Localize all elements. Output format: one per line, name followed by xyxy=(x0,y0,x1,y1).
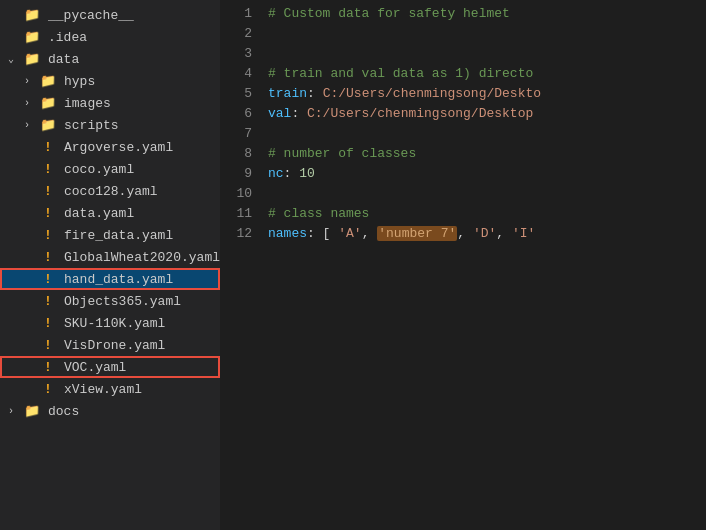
code-line: 5train: C:/Users/chenmingsong/Deskto xyxy=(220,84,706,104)
line-content: train: C:/Users/chenmingsong/Deskto xyxy=(268,84,706,104)
key-text: nc xyxy=(268,166,284,181)
line-number: 8 xyxy=(220,144,268,164)
tree-item-label: .idea xyxy=(48,30,87,45)
highlight-val: 'number 7' xyxy=(377,226,457,241)
line-content: # train and val data as 1) directo xyxy=(268,64,706,84)
comment-text: # number of classes xyxy=(268,146,416,161)
line-number: 7 xyxy=(220,124,268,144)
sidebar-item-datayaml[interactable]: !data.yaml xyxy=(0,202,220,224)
code-line: 7 xyxy=(220,124,706,144)
yaml-icon: ! xyxy=(40,250,56,265)
sidebar-item-pycache[interactable]: 📁__pycache__ xyxy=(0,4,220,26)
sidebar-item-xview[interactable]: !xView.yaml xyxy=(0,378,220,400)
folder-icon: 📁 xyxy=(24,51,40,67)
line-content: nc: 10 xyxy=(268,164,706,184)
code-line: 12names: [ 'A', 'number 7', 'D', 'I' xyxy=(220,224,706,244)
key-text: val xyxy=(268,106,291,121)
code-line: 6val: C:/Users/chenmingsong/Desktop xyxy=(220,104,706,124)
tree-item-label: Argoverse.yaml xyxy=(64,140,173,155)
sidebar-item-docs[interactable]: ›📁docs xyxy=(0,400,220,422)
tree-item-label: coco.yaml xyxy=(64,162,134,177)
line-content: val: C:/Users/chenmingsong/Desktop xyxy=(268,104,706,124)
yaml-icon: ! xyxy=(40,272,56,287)
line-number: 10 xyxy=(220,184,268,204)
tree-item-label: scripts xyxy=(64,118,119,133)
sidebar-item-hand_data[interactable]: !hand_data.yaml xyxy=(0,268,220,290)
key-text: train xyxy=(268,86,307,101)
tree-item-label: hyps xyxy=(64,74,95,89)
line-number: 4 xyxy=(220,64,268,84)
arrow-icon: › xyxy=(24,76,40,87)
code-editor: 1# Custom data for safety helmet234# tra… xyxy=(220,0,706,530)
sidebar-item-images[interactable]: ›📁images xyxy=(0,92,220,114)
tree-item-label: data xyxy=(48,52,79,67)
line-content: # class names xyxy=(268,204,706,224)
arrow-icon: › xyxy=(24,98,40,109)
yaml-icon: ! xyxy=(40,140,56,155)
yaml-icon: ! xyxy=(40,162,56,177)
string-val: 'A' xyxy=(338,226,361,241)
tree-item-label: fire_data.yaml xyxy=(64,228,173,243)
sidebar-item-coco128[interactable]: !coco128.yaml xyxy=(0,180,220,202)
comment-text: # train and val data as 1) directo xyxy=(268,66,533,81)
code-line: 1# Custom data for safety helmet xyxy=(220,4,706,24)
line-content: # Custom data for safety helmet xyxy=(268,4,706,24)
code-line: 10 xyxy=(220,184,706,204)
tree-item-label: docs xyxy=(48,404,79,419)
sidebar-item-visdrone[interactable]: !VisDrone.yaml xyxy=(0,334,220,356)
comment-text: # Custom data for safety helmet xyxy=(268,6,510,21)
folder-icon: 📁 xyxy=(40,117,56,133)
file-tree: 📁__pycache__📁.idea⌄📁data›📁hyps›📁images›📁… xyxy=(0,0,220,530)
sidebar-item-hyps[interactable]: ›📁hyps xyxy=(0,70,220,92)
line-content: names: [ 'A', 'number 7', 'D', 'I' xyxy=(268,224,706,244)
tree-item-label: data.yaml xyxy=(64,206,134,221)
tree-item-label: VisDrone.yaml xyxy=(64,338,165,353)
line-number: 1 xyxy=(220,4,268,24)
arrow-icon: › xyxy=(24,120,40,131)
tree-item-label: __pycache__ xyxy=(48,8,134,23)
sidebar-item-voc[interactable]: !VOC.yaml xyxy=(0,356,220,378)
string-val2: 'D' xyxy=(473,226,496,241)
code-line: 3 xyxy=(220,44,706,64)
tree-item-label: GlobalWheat2020.yaml xyxy=(64,250,220,265)
folder-icon: 📁 xyxy=(24,29,40,45)
line-number: 2 xyxy=(220,24,268,44)
sidebar-item-scripts[interactable]: ›📁scripts xyxy=(0,114,220,136)
folder-icon: 📁 xyxy=(24,7,40,23)
yaml-icon: ! xyxy=(40,228,56,243)
yaml-icon: ! xyxy=(40,360,56,375)
sidebar-item-fire_data[interactable]: !fire_data.yaml xyxy=(0,224,220,246)
tree-item-label: SKU-110K.yaml xyxy=(64,316,165,331)
arrow-icon: › xyxy=(8,406,24,417)
line-number: 5 xyxy=(220,84,268,104)
tree-item-label: Objects365.yaml xyxy=(64,294,181,309)
line-content: # number of classes xyxy=(268,144,706,164)
yaml-icon: ! xyxy=(40,294,56,309)
line-number: 11 xyxy=(220,204,268,224)
tree-item-label: hand_data.yaml xyxy=(64,272,173,287)
sidebar-item-coco[interactable]: !coco.yaml xyxy=(0,158,220,180)
sidebar-item-data[interactable]: ⌄📁data xyxy=(0,48,220,70)
comment-text: # class names xyxy=(268,206,369,221)
sidebar-item-objects365[interactable]: !Objects365.yaml xyxy=(0,290,220,312)
code-line: 2 xyxy=(220,24,706,44)
sidebar-item-globalwheat[interactable]: !GlobalWheat2020.yaml xyxy=(0,246,220,268)
sidebar-item-sku110k[interactable]: !SKU-110K.yaml xyxy=(0,312,220,334)
line-number: 9 xyxy=(220,164,268,184)
line-number: 6 xyxy=(220,104,268,124)
tree-item-label: VOC.yaml xyxy=(64,360,126,375)
value-text: C:/Users/chenmingsong/Deskto xyxy=(323,86,541,101)
yaml-icon: ! xyxy=(40,382,56,397)
code-line: 8# number of classes xyxy=(220,144,706,164)
arrow-icon: ⌄ xyxy=(8,53,24,65)
value-text: 10 xyxy=(299,166,315,181)
yaml-icon: ! xyxy=(40,316,56,331)
sidebar-item-argoverse[interactable]: !Argoverse.yaml xyxy=(0,136,220,158)
line-number: 3 xyxy=(220,44,268,64)
sidebar-item-idea[interactable]: 📁.idea xyxy=(0,26,220,48)
code-line: 11# class names xyxy=(220,204,706,224)
code-line: 9nc: 10 xyxy=(220,164,706,184)
key-text: names xyxy=(268,226,307,241)
folder-icon: 📁 xyxy=(24,403,40,419)
yaml-icon: ! xyxy=(40,206,56,221)
